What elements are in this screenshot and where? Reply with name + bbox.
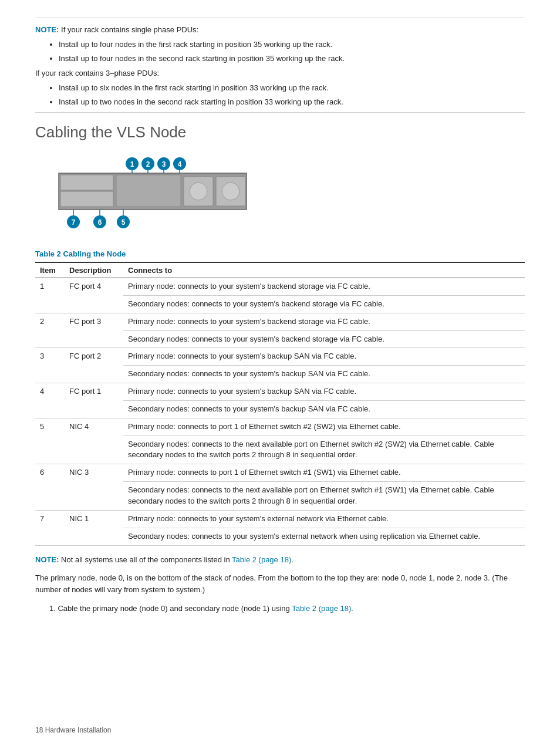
table-row: 2FC port 3Primary node: connects to your… — [35, 313, 525, 330]
table-cell-connects: Secondary nodes: connects to your system… — [123, 295, 525, 313]
table-row: 6NIC 3Primary node: connects to port 1 o… — [35, 464, 525, 482]
step1-text: Cable the primary node (node 0) and seco… — [58, 604, 292, 613]
list-item: Install up to six nodes in the first rac… — [59, 82, 525, 94]
table-cell-connects: Secondary nodes: connects to the next av… — [123, 436, 525, 464]
page-number: 18 — [35, 726, 43, 734]
table-cell-description: FC port 3 — [65, 313, 123, 348]
table-cell-connects: Primary node: connects to your system's … — [123, 510, 525, 528]
svg-text:3: 3 — [162, 160, 166, 168]
table-cell-connects: Secondary nodes: connects to your system… — [123, 330, 525, 348]
svg-text:7: 7 — [72, 218, 76, 227]
table-row: 3FC port 2Primary node: connects to your… — [35, 348, 525, 366]
table-cell-description: FC port 1 — [65, 383, 123, 418]
svg-text:6: 6 — [98, 218, 102, 227]
note-block: NOTE: If your rack contains single phase… — [35, 25, 525, 34]
table-cell-item: 5 — [35, 418, 65, 464]
list-item: Install up to two nodes in the second ra… — [59, 96, 525, 108]
note-bottom-label: NOTE: — [35, 555, 59, 564]
header-connects: Connects to — [123, 262, 525, 278]
table-cell-connects: Secondary nodes: connects to your system… — [123, 400, 525, 418]
step1-number: 1. — [49, 604, 58, 613]
phase3-list: Install up to six nodes in the first rac… — [59, 82, 525, 107]
table-cell-connects: Primary node: connects to port 1 of Ethe… — [123, 464, 525, 482]
bottom-divider — [35, 112, 525, 113]
table-cell-connects: Primary node: connects to port 1 of Ethe… — [123, 418, 525, 436]
table-cell-description: FC port 2 — [65, 348, 123, 383]
phase3-intro: If your rack contains 3–phase PDUs: — [35, 69, 525, 77]
table-cell-item: 4 — [35, 383, 65, 418]
svg-rect-10 — [60, 191, 113, 207]
list-item: Install up to four nodes in the first ra… — [59, 39, 525, 50]
bottom-note: NOTE: Not all systems use all of the com… — [35, 554, 525, 566]
table-cell-description: NIC 1 — [65, 510, 123, 545]
table-row: 5NIC 4Primary node: connects to port 1 o… — [35, 418, 525, 436]
svg-rect-9 — [60, 175, 113, 190]
table-cell-description: NIC 3 — [65, 464, 123, 511]
table-row: 4FC port 1Primary node: connects to your… — [35, 383, 525, 401]
table-cell-item: 3 — [35, 348, 65, 383]
table-cell-connects: Secondary nodes: connects to the next av… — [123, 482, 525, 511]
diagram-container: 1 2 3 4 7 6 5 — [35, 152, 525, 237]
svg-text:4: 4 — [178, 160, 182, 168]
step1: 1. Cable the primary node (node 0) and s… — [49, 603, 525, 615]
table-title: Table 2 Cabling the Node — [35, 249, 525, 258]
list-item: Install up to four nodes in the second r… — [59, 53, 525, 65]
svg-rect-11 — [116, 175, 181, 207]
header-description: Description — [65, 262, 123, 278]
svg-text:5: 5 — [122, 218, 126, 227]
table-cell-connects: Primary node: connects to your system's … — [123, 313, 525, 330]
svg-point-15 — [222, 183, 239, 200]
note-label: NOTE: — [35, 25, 59, 34]
table-cell-connects: Secondary nodes: connects to your system… — [123, 528, 525, 545]
note-bottom-text: Not all systems use all of the component… — [61, 555, 232, 564]
page-footer-label: Hardware Installation — [45, 726, 112, 734]
svg-point-13 — [190, 183, 207, 200]
table-cell-description: NIC 4 — [65, 418, 123, 464]
device-diagram: 1 2 3 4 7 6 5 — [41, 154, 258, 237]
table-cell-connects: Secondary nodes: connects to your system… — [123, 366, 525, 383]
note-bottom-link: Table 2 (page 18). — [232, 555, 294, 564]
section-title: Cabling the VLS Node — [35, 123, 525, 141]
cabling-table: Item Description Connects to 1FC port 4P… — [35, 262, 525, 546]
footer-note: The primary node, node 0, is on the bott… — [35, 572, 525, 596]
table-row: 1FC port 4Primary node: connects to your… — [35, 278, 525, 296]
table-cell-connects: Primary node: connects to your system's … — [123, 383, 525, 401]
table-cell-item: 1 — [35, 278, 65, 313]
table-cell-connects: Primary node: connects to your system's … — [123, 278, 525, 296]
svg-text:2: 2 — [146, 160, 150, 168]
svg-text:1: 1 — [130, 160, 134, 168]
top-divider — [35, 18, 525, 18]
page-footer: 18 Hardware Installation — [35, 726, 111, 734]
note-text: If your rack contains single phase PDUs: — [61, 25, 198, 34]
table-header-row: Item Description Connects to — [35, 262, 525, 278]
step1-link: Table 2 (page 18). — [292, 604, 353, 613]
table-row: 7NIC 1Primary node: connects to your sys… — [35, 510, 525, 528]
phase1-list: Install up to four nodes in the first ra… — [59, 39, 525, 64]
phase3-text: If your rack contains 3–phase PDUs: — [35, 69, 159, 77]
table-cell-item: 2 — [35, 313, 65, 348]
header-item: Item — [35, 262, 65, 278]
table-cell-item: 7 — [35, 510, 65, 545]
table-cell-connects: Primary node: connects to your system's … — [123, 348, 525, 366]
table-cell-description: FC port 4 — [65, 278, 123, 313]
table-cell-item: 6 — [35, 464, 65, 511]
